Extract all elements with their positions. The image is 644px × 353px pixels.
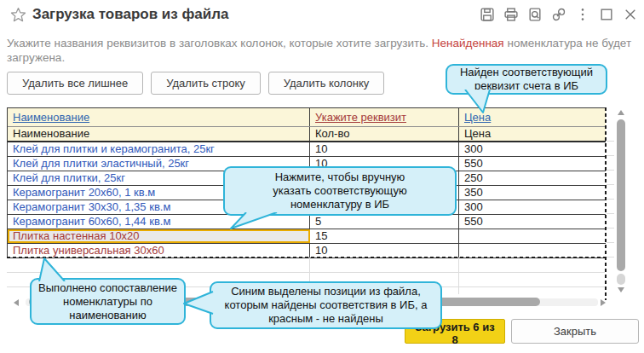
callout-auto-matched: Выполнено сопоставление номенклатуры по … (30, 278, 186, 325)
close-icon[interactable] (623, 7, 638, 22)
cell-qty[interactable]: 5 (310, 215, 459, 229)
file-header-qty[interactable]: Кол-во (310, 127, 459, 141)
window-controls (480, 7, 638, 22)
empty-grid-strip (607, 127, 614, 258)
cell-name[interactable]: Плитка настенная 10x20 (8, 229, 310, 243)
delete-row-button[interactable]: Удалить строку (151, 72, 261, 95)
cell-price[interactable] (459, 244, 606, 258)
header-link-set-attribute[interactable]: Укажите реквизит (310, 108, 459, 126)
hint-highlight: Ненайденная (432, 37, 504, 49)
hint-text: Укажите названия реквизитов в заголовках… (7, 36, 639, 65)
callout-manual-match-tail (224, 212, 284, 231)
close-button[interactable]: Закрыть (511, 319, 639, 344)
save-icon[interactable] (480, 7, 495, 22)
callout-price-matched-tail (460, 90, 494, 117)
copy-link-icon[interactable] (551, 7, 566, 22)
preview-icon[interactable] (527, 7, 543, 22)
more-icon[interactable] (575, 7, 590, 22)
callout-auto-matched-tail (34, 256, 70, 281)
callout-manual-match: Нажмите, чтобы вручную указать соответст… (223, 166, 457, 216)
scroll-up-arrow[interactable] (618, 110, 624, 115)
scroll-right-arrow[interactable] (601, 299, 606, 306)
delete-column-button[interactable]: Удалить колонку (268, 72, 385, 95)
delete-extra-button[interactable]: Удалить все лишнее (7, 72, 143, 95)
attribute-header-row: Наименование Укажите реквизит Цена (8, 108, 606, 127)
table-row[interactable]: Клей для плитки и керамогранита, 25кг 10… (8, 142, 606, 157)
empty-grid-line (458, 258, 459, 294)
header-link-name[interactable]: Наименование (8, 108, 310, 126)
maximize-icon[interactable] (599, 7, 614, 22)
cell-price[interactable]: 350 (459, 186, 606, 200)
table-row[interactable]: Керамогранит 60x60, 1,44 кв.м 5 550 (8, 215, 606, 229)
cell-price[interactable]: 550 (459, 157, 606, 171)
cell-qty[interactable]: 10 (310, 244, 459, 258)
cell-name[interactable]: Клей для плитки и керамогранита, 25кг (8, 142, 310, 156)
callout-color-legend-tail (181, 288, 215, 315)
cell-price[interactable] (459, 229, 606, 243)
cell-price[interactable]: 300 (459, 142, 606, 156)
cell-price[interactable]: 250 (459, 171, 606, 185)
file-header-price[interactable]: Цена (459, 127, 606, 141)
data-area-bottom-edge (7, 257, 606, 258)
print-icon[interactable] (503, 7, 519, 22)
empty-grid-line (7, 272, 605, 273)
file-header-row: Наименование Кол-во Цена (8, 127, 606, 142)
cell-qty[interactable]: 10 (310, 142, 459, 156)
scroll-left-arrow[interactable] (14, 299, 19, 306)
cell-price[interactable]: 300 (459, 200, 606, 214)
file-header-name[interactable]: Наименование (8, 127, 310, 141)
cell-qty[interactable]: 15 (310, 229, 459, 243)
callout-color-legend: Синим выделены позиции из файла, которым… (210, 281, 442, 329)
cell-price[interactable]: 550 (459, 215, 606, 229)
scroll-down-arrow[interactable] (618, 287, 624, 292)
title-bar: Загрузка товаров из файла (0, 0, 644, 31)
vertical-scrollbar-track[interactable] (617, 274, 625, 285)
toolbar: Удалить все лишнее Удалить строку Удалит… (7, 72, 384, 95)
vertical-scrollbar-thumb[interactable] (617, 119, 625, 271)
table-row-selected[interactable]: Плитка настенная 10x20 15 (8, 229, 606, 244)
page-title: Загрузка товаров из файла (32, 6, 228, 23)
favorite-star-icon[interactable] (10, 7, 26, 23)
